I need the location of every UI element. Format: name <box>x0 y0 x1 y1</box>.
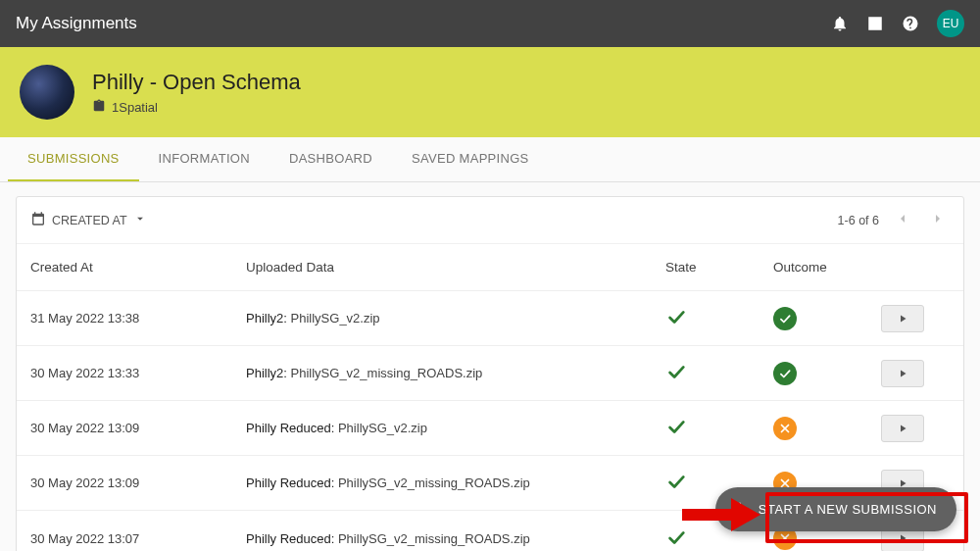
cell-state <box>665 416 773 440</box>
notifications-icon[interactable] <box>831 15 849 32</box>
pagination: 1-6 of 6 <box>838 207 950 233</box>
help-icon[interactable] <box>902 15 919 32</box>
chevron-down-icon <box>133 212 147 228</box>
cell-created: 30 May 2022 13:09 <box>30 421 246 435</box>
cell-uploaded: Philly Reduced: PhillySG_v2_missing_ROAD… <box>246 531 665 546</box>
clipboard-icon <box>92 99 106 116</box>
pagination-label: 1-6 of 6 <box>838 214 879 227</box>
check-icon <box>665 306 687 330</box>
dataset-name: Philly2: <box>246 366 291 380</box>
open-submission-button[interactable] <box>881 305 924 332</box>
table-row: 31 May 2022 13:38Philly2: PhillySG_v2.zi… <box>17 291 963 346</box>
fab-label: START A NEW SUBMISSION <box>759 502 937 517</box>
analytics-icon[interactable] <box>866 15 884 32</box>
outcome-pass-icon <box>773 307 797 330</box>
cell-created: 30 May 2022 13:07 <box>30 531 246 546</box>
file-name: PhillySG_v2.zip <box>291 311 380 326</box>
cell-uploaded: Philly2: PhillySG_v2.zip <box>246 311 665 326</box>
dataset-name: Philly Reduced: <box>246 421 338 435</box>
table-row: 30 May 2022 13:09Philly Reduced: PhillyS… <box>17 401 963 456</box>
open-submission-button[interactable] <box>881 360 924 387</box>
plus-icon <box>731 499 749 520</box>
col-state: State <box>665 260 773 275</box>
file-name: PhillySG_v2_missing_ROADS.zip <box>338 476 530 490</box>
dataset-name: Philly Reduced: <box>246 476 338 490</box>
outcome-fail-icon <box>773 417 797 440</box>
cell-state <box>665 361 773 385</box>
cell-created: 30 May 2022 13:09 <box>30 476 246 490</box>
cell-action <box>881 360 950 387</box>
dataset-name: Philly Reduced: <box>246 531 338 546</box>
file-name: PhillySG_v2_missing_ROADS.zip <box>338 531 530 546</box>
cell-uploaded: Philly2: PhillySG_v2_missing_ROADS.zip <box>246 366 665 380</box>
page-title: My Assignments <box>16 14 831 33</box>
topbar-actions: EU <box>831 10 964 37</box>
col-outcome: Outcome <box>773 260 881 275</box>
topbar: My Assignments EU <box>0 0 980 47</box>
dataset-name: Philly2: <box>246 311 291 326</box>
page-prev[interactable] <box>891 207 914 233</box>
calendar-icon <box>30 211 46 229</box>
check-icon <box>665 416 687 440</box>
tab-information[interactable]: INFORMATION <box>139 137 270 181</box>
cell-outcome <box>773 417 881 440</box>
cell-uploaded: Philly Reduced: PhillySG_v2.zip <box>246 421 665 435</box>
col-created: Created At <box>30 260 246 275</box>
tab-submissions[interactable]: SUBMISSIONS <box>8 137 139 181</box>
cell-state <box>665 306 773 330</box>
cell-uploaded: Philly Reduced: PhillySG_v2_missing_ROAD… <box>246 476 665 490</box>
check-icon <box>665 361 687 385</box>
file-name: PhillySG_v2_missing_ROADS.zip <box>291 366 483 380</box>
cell-action <box>881 415 950 442</box>
page-next[interactable] <box>926 207 950 233</box>
assignment-title: Philly - Open Schema <box>92 70 301 95</box>
assignment-text: Philly - Open Schema 1Spatial <box>92 70 301 116</box>
sort-label: CREATED AT <box>52 214 127 227</box>
open-submission-button[interactable] <box>881 415 924 442</box>
tabs: SUBMISSIONS INFORMATION DASHBOARD SAVED … <box>0 137 980 182</box>
check-icon <box>665 471 687 495</box>
cell-action <box>881 305 950 332</box>
tab-dashboard[interactable]: DASHBOARD <box>270 137 392 181</box>
col-uploaded: Uploaded Data <box>246 260 665 275</box>
cell-outcome <box>773 307 881 330</box>
table-row: 30 May 2022 13:33Philly2: PhillySG_v2_mi… <box>17 346 963 401</box>
assignment-thumbnail <box>20 65 74 120</box>
tab-saved-mappings[interactable]: SAVED MAPPINGS <box>392 137 549 181</box>
cell-outcome <box>773 362 881 385</box>
check-icon <box>665 526 687 551</box>
assignment-org-label: 1Spatial <box>112 100 158 115</box>
assignment-header: Philly - Open Schema 1Spatial <box>0 47 980 137</box>
sort-control[interactable]: CREATED AT <box>30 211 147 229</box>
outcome-pass-icon <box>773 362 797 385</box>
start-new-submission-button[interactable]: START A NEW SUBMISSION <box>715 487 956 531</box>
user-avatar[interactable]: EU <box>937 10 964 37</box>
assignment-org: 1Spatial <box>92 99 301 116</box>
cell-created: 30 May 2022 13:33 <box>30 366 246 380</box>
list-toolbar: CREATED AT 1-6 of 6 <box>17 197 963 244</box>
file-name: PhillySG_v2.zip <box>338 421 427 435</box>
table-header: Created At Uploaded Data State Outcome <box>17 244 963 291</box>
cell-created: 31 May 2022 13:38 <box>30 311 246 326</box>
